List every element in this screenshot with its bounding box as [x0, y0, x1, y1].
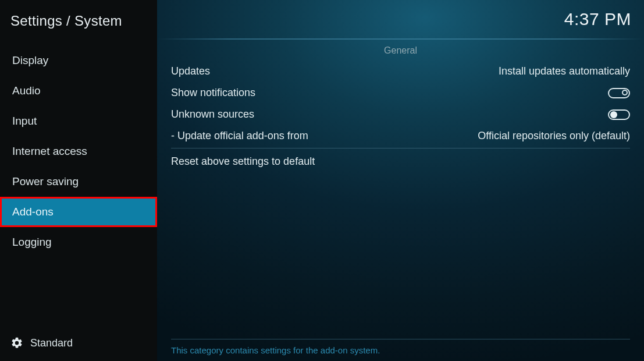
category-description: This category contains settings for the … — [171, 339, 630, 355]
setting-unknown-sources[interactable]: Unknown sources — [171, 104, 630, 125]
sidebar-item-power-saving[interactable]: Power saving — [0, 167, 157, 197]
main-panel: 4:37 PM General Updates Install updates … — [157, 0, 644, 361]
section-header: General — [157, 40, 644, 61]
settings-list: Updates Install updates automatically Sh… — [157, 61, 644, 172]
settings-level-button[interactable]: Standard — [0, 337, 83, 349]
setting-label: Reset above settings to default — [171, 155, 315, 168]
divider — [171, 148, 630, 148]
setting-label: Update official add-ons from — [171, 130, 308, 142]
sidebar-item-audio[interactable]: Audio — [0, 76, 157, 106]
toggle-unknown-sources[interactable] — [608, 109, 630, 120]
setting-show-notifications[interactable]: Show notifications — [171, 82, 630, 104]
sidebar-nav: Display Audio Input Internet access Powe… — [0, 45, 157, 257]
setting-label: Show notifications — [171, 87, 255, 99]
settings-level-label: Standard — [30, 337, 73, 349]
setting-value: Install updates automatically — [499, 65, 630, 77]
sidebar-item-display[interactable]: Display — [0, 45, 157, 76]
toggle-show-notifications[interactable] — [608, 88, 630, 98]
setting-reset-defaults[interactable]: Reset above settings to default — [171, 151, 630, 172]
setting-value: Official repositories only (default) — [478, 130, 630, 142]
setting-updates[interactable]: Updates Install updates automatically — [171, 61, 630, 82]
topbar: 4:37 PM — [157, 0, 644, 38]
sidebar: Settings / System Display Audio Input In… — [0, 0, 157, 361]
sidebar-item-add-ons[interactable]: Add-ons — [0, 197, 157, 227]
breadcrumb: Settings / System — [0, 0, 157, 45]
clock: 4:37 PM — [564, 9, 631, 29]
gear-icon — [10, 337, 23, 349]
sidebar-item-internet-access[interactable]: Internet access — [0, 136, 157, 167]
sidebar-item-logging[interactable]: Logging — [0, 227, 157, 257]
setting-label: Updates — [171, 65, 210, 77]
setting-update-official-addons-from[interactable]: Update official add-ons from Official re… — [171, 125, 630, 147]
sidebar-item-input[interactable]: Input — [0, 106, 157, 136]
setting-label: Unknown sources — [171, 108, 254, 121]
